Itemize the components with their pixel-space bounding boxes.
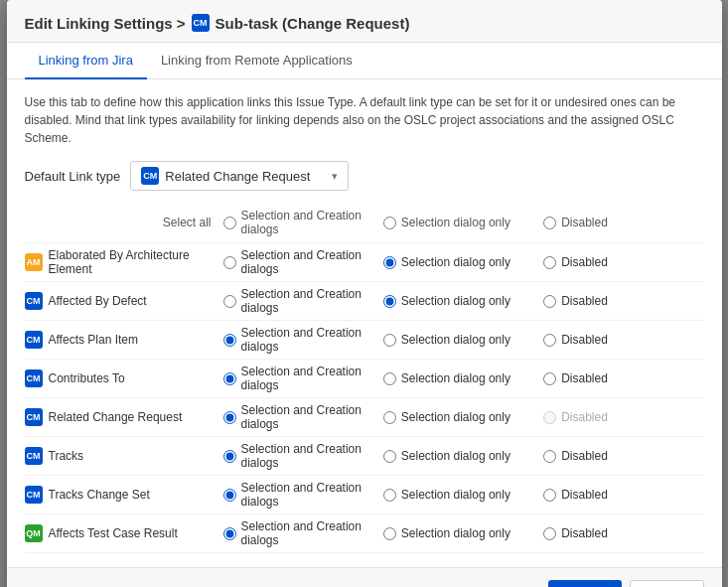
row-2-col2-radio[interactable] [383, 334, 396, 347]
row-1-col3-radio[interactable] [543, 295, 556, 308]
row-3-col1-option[interactable]: Selection and Creation dialogs [223, 365, 383, 392]
row-5-col2-option[interactable]: Selection dialog only [383, 449, 543, 463]
select-value: Related Change Request [165, 169, 310, 184]
row-5-col1-radio[interactable] [223, 450, 236, 463]
row-0-col2-option[interactable]: Selection dialog only [383, 255, 543, 269]
update-button[interactable]: Update [548, 580, 622, 587]
table-body: AM Elaborated By Architecture Element Se… [25, 243, 704, 553]
row-label-4: CM Related Change Request [25, 408, 223, 426]
dialog-body: Use this tab to define how this applicat… [7, 79, 722, 567]
table-row: QM Affects Test Case Result Selection an… [25, 514, 704, 553]
row-7-col1-option[interactable]: Selection and Creation dialogs [223, 519, 383, 547]
tab-jira[interactable]: Linking from Jira [25, 43, 147, 79]
tab-bar: Linking from Jira Linking from Remote Ap… [7, 43, 722, 79]
breadcrumb: Edit Linking Settings > [25, 15, 186, 32]
select-all-label: Select all [25, 216, 223, 229]
row-2-col1-radio[interactable] [223, 334, 236, 347]
row-1-col1-radio[interactable] [223, 295, 236, 308]
row-3-col2-radio[interactable] [383, 372, 396, 385]
row-6-col2-option[interactable]: Selection dialog only [383, 488, 543, 502]
description: Use this tab to define how this applicat… [25, 93, 704, 147]
row-5-col2-radio[interactable] [383, 450, 396, 463]
default-link-row: Default Link type CM Related Change Requ… [25, 161, 704, 191]
row-0-col1-radio[interactable] [223, 256, 236, 269]
table-row: CM Tracks Selection and Creation dialogs… [25, 437, 704, 476]
row-icon-0: AM [25, 253, 43, 271]
row-1-col2-option[interactable]: Selection dialog only [383, 294, 543, 308]
row-4-col2-option[interactable]: Selection dialog only [383, 410, 543, 424]
row-2-col1-option[interactable]: Selection and Creation dialogs [223, 326, 383, 354]
row-3-col3-option[interactable]: Disabled [543, 371, 703, 385]
row-7-col3-radio[interactable] [543, 527, 556, 540]
row-label-5: CM Tracks [25, 447, 223, 465]
row-icon-3: CM [25, 369, 43, 387]
table-row: AM Elaborated By Architecture Element Se… [25, 243, 704, 282]
dialog-title: Edit Linking Settings > CM Sub-task (Cha… [25, 14, 704, 32]
table-header: Select all Selection and Creation dialog… [25, 205, 704, 243]
select-all-radio-2[interactable] [383, 217, 396, 229]
tab-remote[interactable]: Linking from Remote Applications [147, 43, 366, 79]
table-row: CM Related Change Request Selection and … [25, 398, 704, 437]
row-icon-7: QM [25, 524, 43, 542]
dialog: Edit Linking Settings > CM Sub-task (Cha… [7, 0, 722, 587]
row-1-col2-radio[interactable] [383, 295, 396, 308]
row-5-col3-radio[interactable] [543, 450, 556, 463]
dialog-footer: Update Cancel [7, 567, 722, 587]
row-5-col3-option[interactable]: Disabled [543, 449, 703, 463]
col-header-creation: Selection and Creation dialogs [223, 209, 383, 236]
select-all-radio-1[interactable] [223, 217, 236, 229]
row-2-col3-radio[interactable] [543, 334, 556, 347]
row-6-col3-radio[interactable] [543, 489, 556, 502]
cancel-button[interactable]: Cancel [630, 580, 703, 587]
row-4-col3-option: Disabled [543, 410, 703, 424]
row-0-col1-option[interactable]: Selection and Creation dialogs [223, 248, 383, 276]
row-icon-5: CM [25, 447, 43, 465]
row-3-col2-option[interactable]: Selection dialog only [383, 371, 543, 385]
row-3-col3-radio[interactable] [543, 372, 556, 385]
row-5-col1-option[interactable]: Selection and Creation dialogs [223, 442, 383, 470]
row-4-col3-radio [543, 411, 556, 424]
row-6-col2-radio[interactable] [383, 489, 396, 502]
row-label-3: CM Contributes To [25, 369, 223, 387]
row-0-col3-option[interactable]: Disabled [543, 255, 703, 269]
row-6-col1-option[interactable]: Selection and Creation dialogs [223, 481, 383, 509]
row-7-col2-option[interactable]: Selection dialog only [383, 526, 543, 540]
row-0-col3-radio[interactable] [543, 256, 556, 269]
row-7-col2-radio[interactable] [383, 527, 396, 540]
row-icon-4: CM [25, 408, 43, 426]
table-row: CM Tracks Change Set Selection and Creat… [25, 476, 704, 514]
row-label-2: CM Affects Plan Item [25, 331, 223, 349]
row-icon-1: CM [25, 292, 43, 310]
row-icon-6: CM [25, 486, 43, 504]
row-label-1: CM Affected By Defect [25, 292, 223, 310]
row-4-col1-radio[interactable] [223, 411, 236, 424]
row-3-col1-radio[interactable] [223, 372, 236, 385]
row-1-col1-option[interactable]: Selection and Creation dialogs [223, 287, 383, 315]
default-link-label: Default Link type [25, 169, 121, 184]
default-link-select[interactable]: CM Related Change Request ▾ [130, 161, 349, 191]
col-header-disabled: Disabled [543, 216, 703, 229]
table-row: CM Affects Plan Item Selection and Creat… [25, 321, 704, 360]
title-icon: CM [192, 14, 210, 32]
select-all-radio-3[interactable] [543, 217, 556, 229]
row-icon-2: CM [25, 331, 43, 349]
page-title: Sub-task (Change Request) [216, 15, 410, 32]
row-4-col2-radio[interactable] [383, 411, 396, 424]
link-types-table: Select all Selection and Creation dialog… [25, 205, 704, 553]
row-2-col2-option[interactable]: Selection dialog only [383, 333, 543, 347]
row-6-col3-option[interactable]: Disabled [543, 488, 703, 502]
row-0-col2-radio[interactable] [383, 256, 396, 269]
row-1-col3-option[interactable]: Disabled [543, 294, 703, 308]
row-label-6: CM Tracks Change Set [25, 486, 223, 504]
select-icon: CM [141, 167, 159, 185]
table-row: CM Affected By Defect Selection and Crea… [25, 282, 704, 321]
row-2-col3-option[interactable]: Disabled [543, 333, 703, 347]
chevron-down-icon: ▾ [332, 170, 338, 183]
row-4-col1-option[interactable]: Selection and Creation dialogs [223, 403, 383, 431]
row-label-0: AM Elaborated By Architecture Element [25, 248, 223, 276]
dialog-header: Edit Linking Settings > CM Sub-task (Cha… [7, 0, 722, 43]
table-row: CM Contributes To Selection and Creation… [25, 360, 704, 398]
row-7-col1-radio[interactable] [223, 527, 236, 540]
row-6-col1-radio[interactable] [223, 489, 236, 502]
row-7-col3-option[interactable]: Disabled [543, 526, 703, 540]
